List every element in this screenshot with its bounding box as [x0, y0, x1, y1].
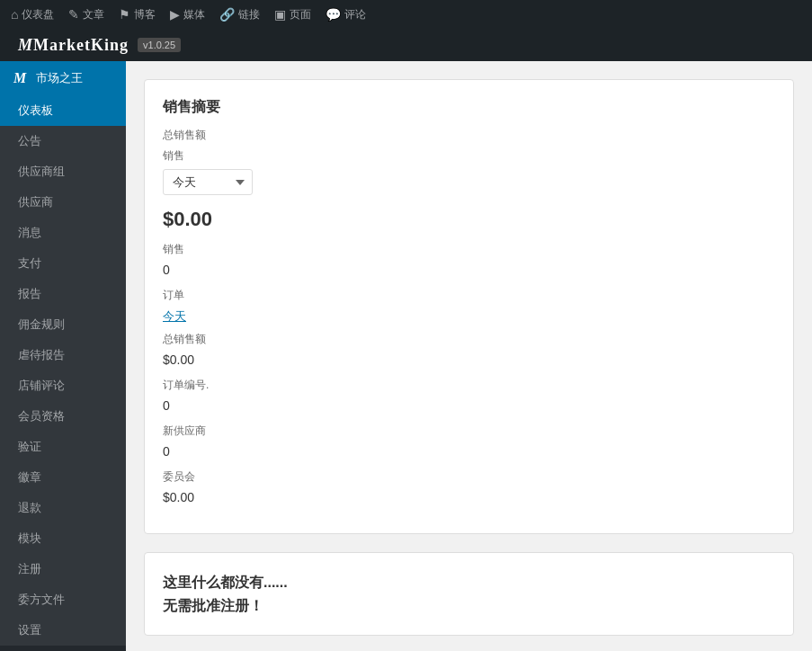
- topbar-item-media[interactable]: ▶ 媒体: [170, 7, 205, 22]
- main-layout: M 市场之王 仪表板 公告 供应商组 供应商 消息 支付 报告 佣金规则 虐待报…: [0, 61, 812, 651]
- total-amount: $0.00: [163, 352, 775, 367]
- topbar-item-blog[interactable]: ⚑ 博客: [119, 7, 156, 22]
- topbar-articles-label: 文章: [83, 7, 104, 22]
- top-bar: ⌂ 仪表盘 ✎ 文章 ⚑ 博客 ▶ 媒体 🔗 链接 ▣ 页面 💬 评论: [0, 0, 812, 29]
- topbar-pages-label: 页面: [290, 7, 311, 22]
- sidebar-item-mk-vendor-files[interactable]: 委方文件: [0, 584, 126, 615]
- sales-period-dropdown[interactable]: 今天 本周 本月 本年: [163, 169, 253, 195]
- topbar-comments-label: 评论: [344, 7, 366, 22]
- sidebar-item-mk-settings[interactable]: 设置: [0, 615, 126, 646]
- new-supplier-value: 0: [163, 444, 775, 459]
- commission-label: 委员会: [163, 469, 775, 485]
- topbar-blog-label: 博客: [134, 7, 156, 22]
- sidebar-item-mk-badge[interactable]: 徽章: [0, 462, 126, 493]
- sales-label: 销售: [163, 148, 775, 164]
- sidebar-item-mk-supplier-groups[interactable]: 供应商组: [0, 156, 126, 187]
- content-area: 销售摘要 总销售额 销售 今天 本周 本月 本年 $0.00 销售 0 订单 今…: [126, 61, 812, 651]
- topbar-item-comments[interactable]: 💬 评论: [326, 7, 366, 22]
- order-no-label: 订单编号.: [163, 378, 775, 393]
- topbar-links-label: 链接: [238, 7, 260, 22]
- brand-version: v1.0.25: [138, 38, 181, 52]
- topbar-item-pages[interactable]: ▣ 页面: [274, 7, 311, 22]
- sidebar-marketking-label: 市场之王: [36, 70, 83, 86]
- order-no-value: 0: [163, 398, 775, 413]
- card-bottom-line2: 无需批准注册！: [163, 594, 775, 618]
- sidebar-item-mk-dashboard[interactable]: 仪表板: [0, 95, 126, 126]
- sidebar-item-mk-payment[interactable]: 支付: [0, 248, 126, 279]
- sidebar-item-mk-refund[interactable]: 退款: [0, 493, 126, 523]
- marketking-icon: M: [11, 70, 29, 86]
- media-icon: ▶: [170, 7, 180, 22]
- home-icon: ⌂: [11, 7, 18, 22]
- sidebar-item-mk-commission[interactable]: 佣金规则: [0, 309, 126, 340]
- sidebar-item-mk-reports[interactable]: 报告: [0, 279, 126, 309]
- topbar-dashboard-label: 仪表盘: [22, 7, 54, 22]
- sidebar-item-mk-suppliers[interactable]: 供应商: [0, 187, 126, 218]
- sidebar-item-mk-store-reviews[interactable]: 店铺评论: [0, 370, 126, 401]
- card-title: 销售摘要: [163, 98, 775, 117]
- new-supplier-label: 新供应商: [163, 424, 775, 439]
- topbar-media-label: 媒体: [183, 7, 205, 22]
- topbar-item-articles[interactable]: ✎ 文章: [68, 7, 104, 22]
- today-link[interactable]: 今天: [163, 309, 186, 323]
- total-sales-label2: 总销售额: [163, 332, 775, 347]
- brand-bar: MMarketKing v1.0.25: [0, 29, 812, 61]
- sidebar-item-mk-modules[interactable]: 模块: [0, 523, 126, 554]
- edit-icon: ✎: [68, 7, 79, 22]
- sidebar-item-mk-announce[interactable]: 公告: [0, 126, 126, 156]
- card-bottom-line1: 这里什么都没有......: [163, 571, 775, 594]
- flag-icon: ⚑: [119, 7, 130, 22]
- sidebar-item-marketking[interactable]: M 市场之王: [0, 61, 126, 95]
- dropdown-wrapper: 今天 本周 本月 本年: [163, 169, 775, 195]
- sidebar-item-mk-messages[interactable]: 消息: [0, 218, 126, 248]
- topbar-item-links[interactable]: 🔗 链接: [219, 7, 260, 22]
- sales-count-label: 销售: [163, 242, 775, 257]
- sales-summary-card: 销售摘要 总销售额 销售 今天 本周 本月 本年 $0.00 销售 0 订单 今…: [144, 79, 794, 534]
- sidebar-item-mk-membership[interactable]: 会员资格: [0, 401, 126, 432]
- topbar-item-dashboard[interactable]: ⌂ 仪表盘: [11, 7, 54, 22]
- total-sales-label: 总销售额: [163, 128, 775, 143]
- sidebar-item-mk-verify[interactable]: 验证: [0, 432, 126, 462]
- sidebar: M 市场之王 仪表板 公告 供应商组 供应商 消息 支付 报告 佣金规则 虐待报…: [0, 61, 126, 651]
- sidebar-submenu: 仪表板 公告 供应商组 供应商 消息 支付 报告 佣金规则 虐待报告 店铺评论 …: [0, 95, 126, 646]
- sales-count-value: 0: [163, 263, 775, 277]
- amount-large: $0.00: [163, 208, 775, 231]
- sidebar-item-mk-abuse[interactable]: 虐待报告: [0, 340, 126, 370]
- comment-icon: 💬: [326, 7, 341, 22]
- link-icon: 🔗: [219, 7, 235, 22]
- page-icon: ▣: [274, 7, 286, 22]
- sidebar-item-mk-register[interactable]: 注册: [0, 554, 126, 584]
- no-approval-card: 这里什么都没有...... 无需批准注册！: [144, 552, 794, 636]
- commission-value: $0.00: [163, 490, 775, 504]
- brand-name: MMarketKing: [18, 36, 129, 55]
- orders-label: 订单: [163, 288, 775, 303]
